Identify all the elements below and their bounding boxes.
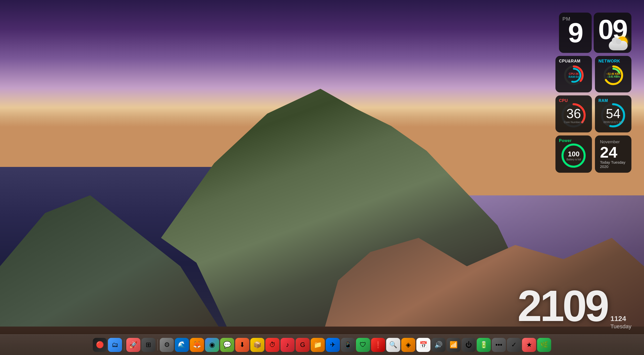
dock-icon-wechat[interactable]: 💬	[220, 338, 234, 352]
stats-row-3: Power 100 Battery is full November 24 To…	[555, 135, 631, 173]
stats-row-1: CPU&RAM CPU:36 RAM:54 NETWORK	[555, 56, 631, 92]
cpu-label: CPU:36	[569, 72, 579, 75]
dock-icon-downie[interactable]: ⬇	[235, 338, 249, 352]
dock-icon-app10[interactable]: 🌿	[537, 338, 551, 352]
dock-icon-launchpad[interactable]: 🚀	[126, 338, 140, 352]
cloud-icon	[609, 41, 628, 50]
date-year: 2020	[600, 164, 608, 169]
big-clock-area: 2109 1124 Tuesday	[517, 284, 631, 332]
dock-icon-more[interactable]: •••	[492, 338, 506, 352]
date-weekday: Today Tuesday	[600, 160, 625, 164]
dock-icon-app7[interactable]: 🛡	[356, 338, 370, 352]
widgets-panel: PM 9 09 CPU&RAM	[555, 13, 631, 173]
big-clock-time: 2109	[517, 284, 607, 328]
clock-minutes-card: 09	[594, 13, 631, 53]
big-clock-date: 1124	[610, 315, 626, 323]
network-donut: ↑:52.46 KB/s ↓:3.61 KB/s	[602, 64, 625, 87]
dock-icon-firefox[interactable]: 🦊	[190, 338, 204, 352]
dock-icon-missionctrl[interactable]: ⊞	[141, 338, 155, 352]
dock-icon-wifi[interactable]: 📶	[447, 338, 461, 352]
cpu-core-label: Core Number: 8	[564, 121, 583, 124]
cpu-ram-title: CPU&RAM	[559, 59, 580, 63]
dock-icon-edge[interactable]: 🌊	[175, 338, 189, 352]
cpu-value: 36	[564, 107, 583, 120]
dock-icon-magnifier[interactable]: 🔍	[386, 338, 400, 352]
dock-separator	[157, 339, 158, 350]
network-upload: ↑:52.46 KB/s	[606, 73, 621, 75]
dock-icon-app6[interactable]: ✈	[326, 338, 340, 352]
dock-icon-check[interactable]: ✓	[507, 338, 521, 352]
clock-ampm: PM	[562, 16, 571, 22]
network-labels: ↑:52.46 KB/s ↓:3.61 KB/s	[602, 64, 625, 87]
cpu-ram-labels: CPU:36 RAM:54	[562, 64, 585, 87]
dock-icon-app8[interactable]: ❗	[371, 338, 385, 352]
date-widget: November 24 Today Tuesday 2020	[595, 135, 631, 173]
dock-icon-app9[interactable]: ★	[522, 338, 536, 352]
cpu-ram-donut: CPU:36 RAM:54	[562, 64, 585, 87]
power-widget: Power 100 Battery is full	[555, 135, 592, 173]
dock-icon-altstore[interactable]: ◈	[401, 338, 415, 352]
clock-hour-card: PM 9	[559, 13, 592, 53]
power-value-container: 100 Battery is full	[567, 150, 581, 161]
dock-separator	[124, 339, 124, 350]
big-clock-day: Tuesday	[610, 323, 631, 330]
ram-label: RAM:54	[569, 75, 579, 78]
dock-icon-battery[interactable]: 🔋	[477, 338, 491, 352]
dock-icon-systemprefs[interactable]: ⚙	[160, 338, 174, 352]
dock-icon-app2[interactable]: 📦	[250, 338, 264, 352]
cpu-ram-widget: CPU&RAM CPU:36 RAM:54	[555, 56, 592, 92]
weather-icon	[609, 37, 629, 50]
dock-icon-finder[interactable]: 🗂	[108, 338, 122, 352]
stats-row-2: CPU 36 Core Number: 8 RAM	[555, 95, 631, 132]
network-title: NETWORK	[598, 59, 620, 63]
clock-widget: PM 9 09	[559, 13, 631, 53]
ram-detail-widget: RAM 54 8898/16321 MB	[595, 95, 631, 132]
dock: 🔴🗂🚀⊞⚙🌊🦊◉💬⬇📦⏱♪G📁✈📱🛡❗🔍◈📅🔊📶⏻🔋•••✓★🌿	[0, 334, 644, 355]
big-clock-extra: 1124 Tuesday	[610, 315, 631, 332]
dock-icon-app4[interactable]: G	[296, 338, 310, 352]
ram-value-container: 54 8898/16321 MB	[603, 107, 623, 124]
ram-memory-label: 8898/16321 MB	[603, 121, 623, 124]
ram-value: 54	[603, 107, 623, 120]
power-status: Battery is full	[567, 158, 581, 161]
dock-icon-power[interactable]: ⏻	[462, 338, 476, 352]
date-day: 24	[600, 145, 617, 160]
dock-icon-volume[interactable]: 🔊	[431, 338, 446, 352]
network-download: ↓:3.61 KB/s	[607, 75, 620, 78]
dock-icon-app5[interactable]: 📁	[311, 338, 325, 352]
dock-icon-calendar[interactable]: 📅	[416, 338, 430, 352]
power-value: 100	[567, 150, 581, 158]
network-widget: NETWORK ↑:52.46 KB/s ↓:3.61 KB/s	[595, 56, 631, 92]
dock-icon-screenium[interactable]: 🔴	[93, 338, 107, 352]
dock-icon-simulator[interactable]: 📱	[341, 338, 355, 352]
dock-icon-music[interactable]: ♪	[280, 338, 295, 352]
sun-cloud-icon	[609, 37, 629, 50]
cpu-value-container: 36 Core Number: 8	[564, 107, 583, 124]
cpu-detail-widget: CPU 36 Core Number: 8	[555, 95, 592, 132]
dock-icon-app3[interactable]: ⏱	[265, 338, 279, 352]
dock-icon-chrome[interactable]: ◉	[205, 338, 219, 352]
clock-hour: 9	[568, 19, 582, 47]
